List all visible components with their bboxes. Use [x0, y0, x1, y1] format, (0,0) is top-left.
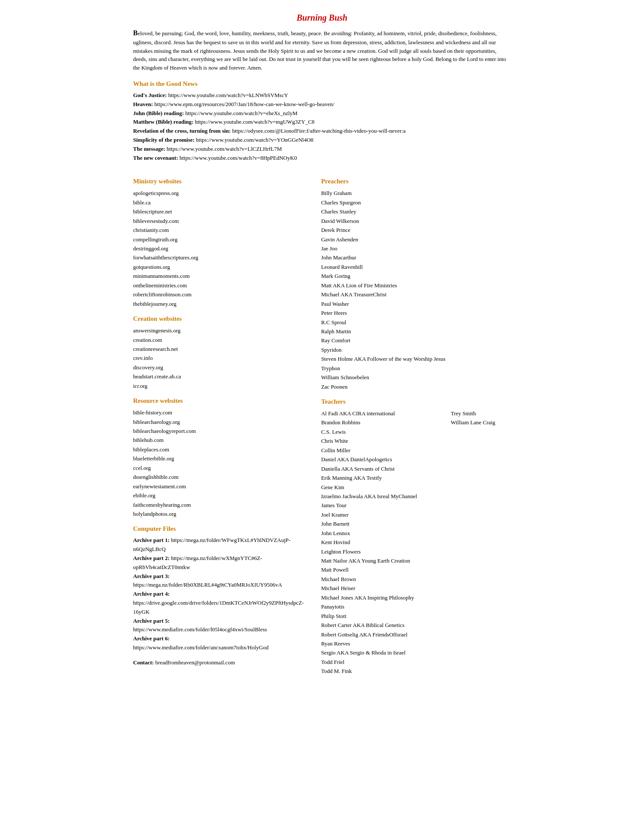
list-item: Robert Carter AKA Biblical Genetics — [321, 621, 442, 630]
list-item: Derek Prince — [321, 225, 511, 234]
list-item: Steven Holme AKA Follower of the way Wor… — [321, 354, 511, 363]
computer-file-item: Archive part 1: https://mega.nz/folder/W… — [133, 536, 304, 554]
ministry-section: Ministry websites apologeticspress.orgbi… — [133, 178, 304, 308]
computer-file-item: Archive part 6: https://www.mediafire.co… — [133, 634, 304, 652]
list-item: Zac Poonen — [321, 382, 511, 391]
list-item: answersingenesis.org — [133, 326, 304, 335]
list-item: Izraelmo Jachwala AKA Isreal MyChannel — [321, 492, 442, 501]
computer-file-item: Archive part 5: https://www.mediafire.co… — [133, 617, 304, 635]
good-news-item: Matthew (Bible) reading: https://www.you… — [133, 118, 511, 127]
good-news-item: Simplicity of the promise: https://www.y… — [133, 136, 511, 145]
teachers-extra-list: Trey SmithWilliam Lane Craig — [451, 409, 511, 427]
teachers-columns: Al Fadi AKA CIRA internationalBrandon Ro… — [321, 409, 511, 676]
computer-file-item: Archive part 4: https://drive.google.com… — [133, 590, 304, 616]
list-item: Daniella AKA Servants of Christ — [321, 464, 442, 473]
computer-files-section: Computer Files Archive part 1: https://m… — [133, 525, 304, 652]
main-content: Ministry websites apologeticspress.orgbi… — [133, 171, 511, 676]
good-news-item-label: The new covenant: — [133, 155, 179, 161]
computer-file-label: Archive part 2: — [133, 555, 171, 561]
list-item: creationresearch.net — [133, 344, 304, 353]
good-news-item-label: The message: — [133, 146, 167, 152]
contact-line: Contact: breadfromheaven@protonmail.com — [133, 659, 304, 666]
list-item: Ryan Reeves — [321, 639, 442, 648]
list-item: Ralph Martin — [321, 327, 511, 336]
list-item: bibleplaces.com — [133, 445, 304, 454]
preachers-list: Billy GrahamCharles SpurgeonCharles Stan… — [321, 189, 511, 391]
list-item: Tryphon — [321, 364, 511, 373]
list-item: headstart.create.ab.ca — [133, 372, 304, 381]
list-item: earlynewtestament.com — [133, 482, 304, 491]
list-item: desiringgod.org — [133, 244, 304, 253]
list-item: Erik Manning AKA Testify — [321, 473, 442, 482]
good-news-title: What is the Good News — [133, 80, 511, 88]
list-item: apologeticspress.org — [133, 189, 304, 198]
list-item: John Macarthur — [321, 253, 511, 262]
list-item: Sergio AKA Sergio & Rhoda in Israel — [321, 648, 442, 657]
list-item: David Wilkerson — [321, 216, 511, 225]
teachers-section: Teachers Al Fadi AKA CIRA internationalB… — [321, 391, 511, 676]
list-item: Matt Powell — [321, 565, 442, 574]
computer-file-label: Archive part 6: — [133, 635, 170, 642]
computer-files-items: Archive part 1: https://mega.nz/folder/W… — [133, 536, 304, 652]
teachers-extra-col: Trey SmithWilliam Lane Craig — [451, 409, 511, 676]
list-item: robertcliftonrobinson.com — [133, 290, 304, 299]
list-item: icr.org — [133, 381, 304, 390]
list-item: William Lane Craig — [451, 418, 511, 427]
list-item: Paul Washer — [321, 299, 511, 308]
list-item: thebiblejourney.org — [133, 299, 304, 308]
list-item: dssenglishbible.com — [133, 472, 304, 481]
good-news-item-label: John (Bible) reading: — [133, 110, 185, 116]
page-title: Burning Bush — [133, 13, 511, 23]
intro-paragraph: Beloved, be pursuing; God, the word, lov… — [133, 28, 511, 72]
list-item: R.C Sproul — [321, 318, 511, 327]
contact-email: breadfromheaven@protonmail.com — [155, 659, 235, 666]
good-news-item-label: Matthew (Bible) reading: — [133, 119, 195, 125]
list-item: crev.info — [133, 353, 304, 362]
creation-title: Creation websites — [133, 315, 304, 323]
list-item: Collin Miller — [321, 446, 442, 455]
list-item: gotquestions.org — [133, 262, 304, 271]
list-item: discovery.org — [133, 363, 304, 372]
creation-section: Creation websites answersingenesis.orgcr… — [133, 315, 304, 390]
computer-file-label: Archive part 1: — [133, 537, 171, 543]
intro-text: eloved, be pursuing; God, the word, love… — [133, 30, 506, 71]
list-item: biblehub.com — [133, 435, 304, 444]
list-item: bible-history.com — [133, 408, 304, 417]
teachers-title: Teachers — [321, 398, 511, 405]
teachers-main-col: Al Fadi AKA CIRA internationalBrandon Ro… — [321, 409, 442, 676]
resource-section: Resource websites bible-history.combible… — [133, 397, 304, 518]
list-item: John Barnett — [321, 519, 442, 528]
good-news-item-label: God's Justice: — [133, 92, 168, 98]
good-news-item: Heaven: https://www.epm.org/resources/20… — [133, 100, 511, 109]
list-item: John Lennox — [321, 529, 442, 538]
list-item: Matt AKA Lion of Fire Ministries — [321, 281, 511, 290]
list-item: Charles Spurgeon — [321, 198, 511, 207]
list-item: biblearchaeologyreport.com — [133, 426, 304, 435]
list-item: Leighton Flowers — [321, 547, 442, 556]
list-item: Gene Kim — [321, 483, 442, 492]
list-item: Joel Kramer — [321, 510, 442, 519]
list-item: Ray Comfort — [321, 336, 511, 345]
contact-label: Contact: — [133, 659, 154, 666]
list-item: James Tour — [321, 501, 442, 510]
good-news-item: The message: https://www.youtube.com/wat… — [133, 145, 511, 154]
good-news-item: The new covenant: https://www.youtube.co… — [133, 154, 511, 163]
list-item: Chris White — [321, 436, 442, 445]
list-item: Spyridon — [321, 345, 511, 354]
list-item: Daniel AKA DanielApologetics — [321, 455, 442, 464]
list-item: Robert Gottselig AKA FriendsOfIsrael — [321, 630, 442, 639]
list-item: Peter Heers — [321, 308, 511, 317]
list-item: ebible.org — [133, 491, 304, 500]
preachers-title: Preachers — [321, 178, 511, 185]
computer-file-label: Archive part 5: — [133, 618, 170, 624]
list-item: Al Fadi AKA CIRA international — [321, 409, 442, 418]
list-item: Mark Goring — [321, 271, 511, 280]
computer-file-item: Archive part 2: https://mega.nz/folder/w… — [133, 554, 304, 572]
good-news-item-label: Revelation of the cross, turning from si… — [133, 128, 232, 134]
list-item: Trey Smith — [451, 409, 511, 418]
list-item: Leonard Ravenhill — [321, 262, 511, 271]
list-item: biblearchaeology.org — [133, 417, 304, 426]
preachers-section: Preachers Billy GrahamCharles SpurgeonCh… — [321, 171, 511, 391]
computer-file-label: Archive part 3: — [133, 573, 170, 579]
resource-title: Resource websites — [133, 397, 304, 405]
